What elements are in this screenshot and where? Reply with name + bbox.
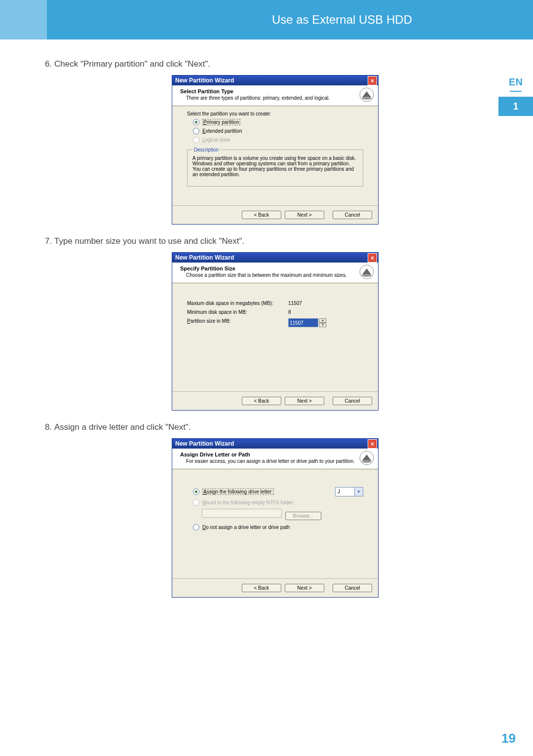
back-button[interactable]: < Back bbox=[242, 584, 281, 592]
wizard-heading: Select Partition Type bbox=[180, 88, 373, 94]
close-icon[interactable]: × bbox=[368, 439, 377, 449]
max-space-value: 11507 bbox=[288, 301, 302, 306]
page-title: Use as External USB HDD bbox=[272, 13, 412, 27]
wizard-title: New Partition Wizard bbox=[175, 77, 234, 84]
wizard-subheading: There are three types of partitions: pri… bbox=[180, 94, 373, 101]
radio-primary-row[interactable]: Primary partition bbox=[193, 119, 363, 125]
wizard-header: Specify Partition Size Choose a partitio… bbox=[172, 263, 378, 283]
min-space-value: 8 bbox=[288, 309, 291, 315]
partition-size-spinner[interactable]: ▲▼ bbox=[288, 318, 326, 327]
no-letter-row[interactable]: Do not assign a drive letter or drive pa… bbox=[193, 524, 363, 530]
radio-extended-row[interactable]: Extended partition bbox=[193, 128, 363, 134]
max-space-label: Maxium disk space in megabytes (MB): bbox=[187, 301, 288, 306]
browse-button: Browse... bbox=[285, 512, 321, 520]
mount-folder-row: Mount in the following empty NTFS folder… bbox=[193, 499, 363, 506]
wizard-body: Select the partition you want to create:… bbox=[172, 106, 378, 205]
side-tab-divider bbox=[510, 91, 522, 92]
back-button[interactable]: < Back bbox=[242, 211, 281, 219]
wizard-titlebar: New Partition Wizard × bbox=[172, 439, 378, 449]
radio-logical-label: Logical drive bbox=[202, 137, 230, 143]
min-space-label: Minimum disk space in MB: bbox=[187, 309, 288, 315]
description-text: A primary partition is a volume you crea… bbox=[192, 155, 358, 177]
max-space-row: Maxium disk space in megabytes (MB): 115… bbox=[187, 301, 363, 306]
language-label: EN bbox=[498, 76, 533, 88]
mount-folder-label: Mount in the following empty NTFS folder… bbox=[202, 500, 294, 505]
wizard-partition-type: New Partition Wizard × Select Partition … bbox=[172, 75, 379, 225]
next-button[interactable]: Next > bbox=[285, 584, 324, 592]
wizard-titlebar: New Partition Wizard × bbox=[172, 76, 378, 85]
radio-logical-row: Logical drive bbox=[193, 137, 363, 143]
step-8: Assign a drive letter and click "Next". … bbox=[54, 422, 496, 598]
radio-logical bbox=[193, 137, 199, 143]
spin-up-icon[interactable]: ▲ bbox=[319, 318, 326, 323]
radio-extended[interactable] bbox=[193, 128, 199, 134]
disk-icon bbox=[359, 265, 374, 280]
chapter-number: 1 bbox=[498, 97, 533, 116]
wizard-button-row: < Back Next > Cancel bbox=[172, 391, 378, 410]
wizard-body: Maxium disk space in megabytes (MB): 115… bbox=[172, 283, 378, 391]
close-icon[interactable]: × bbox=[368, 253, 377, 263]
drive-letter-select[interactable]: J ▼ bbox=[335, 487, 363, 496]
radio-extended-label: Extended partition bbox=[202, 128, 242, 134]
description-legend: Description bbox=[192, 147, 220, 152]
radio-assign-letter[interactable] bbox=[193, 489, 199, 495]
steps-list: Check "Primary partition" and click "Nex… bbox=[37, 59, 496, 598]
wizard-title: New Partition Wizard bbox=[175, 440, 234, 447]
description-box: Description A primary partition is a vol… bbox=[187, 147, 363, 187]
partition-size-input[interactable] bbox=[288, 318, 318, 327]
page-header-band: Use as External USB HDD bbox=[0, 0, 533, 39]
radio-no-letter[interactable] bbox=[193, 524, 199, 530]
partition-size-label: Partition size in MB: bbox=[187, 318, 288, 327]
wizard-subheading: Choose a partition size that is between … bbox=[180, 271, 373, 278]
select-type-prompt: Select the partition you want to create: bbox=[187, 111, 363, 116]
wizard-partition-size: New Partition Wizard × Specify Partition… bbox=[172, 252, 379, 411]
cancel-button[interactable]: Cancel bbox=[333, 397, 372, 405]
step-6: Check "Primary partition" and click "Nex… bbox=[54, 59, 496, 225]
wizard-title: New Partition Wizard bbox=[175, 254, 234, 261]
mount-folder-controls: Browse... bbox=[202, 509, 363, 520]
side-tab: EN 1 bbox=[498, 76, 533, 116]
close-icon[interactable]: × bbox=[368, 76, 377, 85]
wizard-heading: Assign Drive Letter or Path bbox=[180, 452, 373, 457]
wizard-body: Assign the following drive letter: J ▼ M… bbox=[172, 469, 378, 578]
cancel-button[interactable]: Cancel bbox=[333, 211, 372, 219]
spin-down-icon[interactable]: ▼ bbox=[319, 323, 326, 327]
assign-letter-row[interactable]: Assign the following drive letter: J ▼ bbox=[193, 487, 363, 496]
wizard-titlebar: New Partition Wizard × bbox=[172, 253, 378, 263]
radio-primary[interactable] bbox=[193, 119, 199, 125]
wizard-header: Assign Drive Letter or Path For easier a… bbox=[172, 449, 378, 469]
header-left-spacer bbox=[0, 0, 47, 39]
step-8-text: Assign a drive letter and click "Next". bbox=[54, 422, 191, 432]
disk-icon bbox=[359, 451, 374, 466]
no-letter-label: Do not assign a drive letter or drive pa… bbox=[202, 525, 290, 530]
wizard-button-row: < Back Next > Cancel bbox=[172, 578, 378, 597]
wizard-subheading: For easier access, you can assign a driv… bbox=[180, 457, 373, 464]
chevron-down-icon[interactable]: ▼ bbox=[354, 488, 363, 496]
svg-point-5 bbox=[362, 460, 372, 463]
next-button[interactable]: Next > bbox=[285, 211, 324, 219]
content-area: Check "Primary partition" and click "Nex… bbox=[0, 39, 533, 598]
svg-point-3 bbox=[362, 274, 372, 277]
assign-letter-label: Assign the following drive letter: bbox=[202, 489, 274, 495]
step-6-text: Check "Primary partition" and click "Nex… bbox=[54, 59, 210, 69]
partition-size-row: Partition size in MB: ▲▼ bbox=[187, 318, 363, 327]
wizard-drive-letter: New Partition Wizard × Assign Drive Lett… bbox=[172, 438, 379, 598]
wizard-button-row: < Back Next > Cancel bbox=[172, 205, 378, 224]
radio-primary-label: Primary partition bbox=[202, 119, 240, 125]
wizard-heading: Specify Partition Size bbox=[180, 265, 373, 271]
spinner-arrows[interactable]: ▲▼ bbox=[319, 318, 326, 327]
back-button[interactable]: < Back bbox=[242, 397, 281, 405]
next-button[interactable]: Next > bbox=[285, 397, 324, 405]
svg-point-1 bbox=[362, 97, 372, 100]
min-space-row: Minimum disk space in MB: 8 bbox=[187, 309, 363, 315]
disk-icon bbox=[359, 87, 374, 103]
drive-letter-value: J bbox=[336, 488, 354, 496]
step-7: Type number size you want to use and cli… bbox=[54, 236, 496, 411]
wizard-header: Select Partition Type There are three ty… bbox=[172, 85, 378, 106]
mount-path-input bbox=[202, 509, 282, 518]
page-number: 19 bbox=[501, 731, 516, 746]
header-right: Use as External USB HDD bbox=[47, 0, 533, 39]
cancel-button[interactable]: Cancel bbox=[333, 584, 372, 592]
radio-mount-folder bbox=[193, 499, 199, 506]
step-7-text: Type number size you want to use and cli… bbox=[54, 236, 244, 246]
